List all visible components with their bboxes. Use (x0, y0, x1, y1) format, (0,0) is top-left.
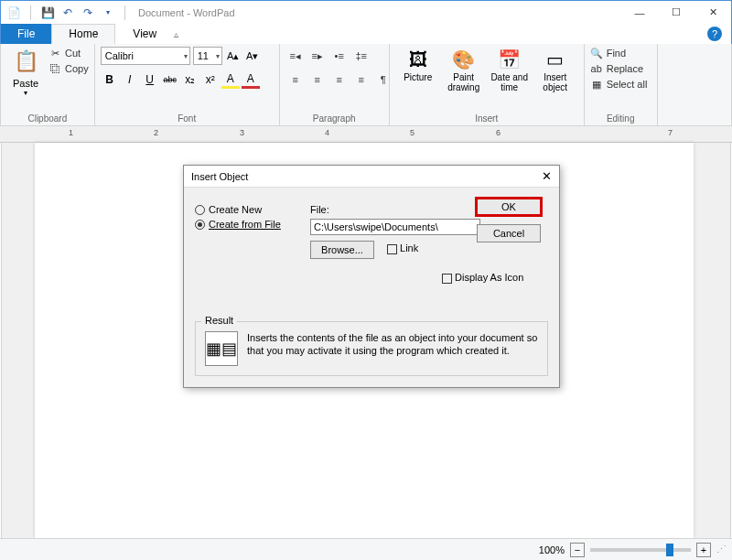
paint-icon: 🎨 (449, 47, 479, 72)
replace-icon: ab (590, 62, 603, 75)
ok-button[interactable]: OK (475, 197, 543, 217)
result-icon: ▦▤ (205, 331, 238, 366)
undo-icon[interactable]: ↶ (60, 5, 75, 20)
help-icon[interactable]: ? (707, 27, 722, 41)
replace-button[interactable]: abReplace (590, 62, 648, 75)
insert-object-dialog: Insert Object ✕ Create New Create from F… (183, 165, 560, 388)
zoom-out-button[interactable]: − (570, 543, 585, 557)
zoom-in-button[interactable]: + (696, 543, 711, 557)
ruler[interactable]: 1 2 3 4 5 6 7 (0, 126, 732, 143)
editing-group: 🔍Find abReplace ▦Select all Editing (585, 44, 658, 125)
highlight-button[interactable]: A (221, 70, 240, 89)
copy-button[interactable]: ⿻Copy (48, 62, 89, 75)
clipboard-group: 📋 Paste ▾ ✂Cut ⿻Copy Clipboard (1, 44, 95, 125)
view-tab[interactable]: View (115, 24, 174, 44)
file-tab[interactable]: File (1, 24, 51, 44)
select-all-button[interactable]: ▦Select all (590, 78, 648, 91)
align-center-button[interactable]: ≡ (307, 70, 328, 89)
dialog-close-button[interactable]: ✕ (542, 169, 552, 183)
bold-button[interactable]: B (101, 70, 119, 89)
insert-group: 🖼Picture 🎨Paint drawing 📅Date and time ▭… (390, 44, 585, 125)
browse-button[interactable]: Browse... (310, 241, 374, 259)
align-left-button[interactable]: ≡ (285, 70, 306, 89)
select-all-icon: ▦ (590, 78, 603, 91)
paste-icon: 📋 (11, 47, 40, 76)
maximize-button[interactable]: ☐ (658, 1, 694, 24)
paste-button[interactable]: 📋 Paste ▾ (6, 47, 45, 97)
editing-label: Editing (590, 113, 651, 124)
result-label: Result (201, 315, 237, 326)
zoom-thumb[interactable] (666, 544, 673, 556)
quick-access-toolbar: 📄 💾 ↶ ↷ ▾ (1, 5, 135, 20)
cut-icon: ✂ (48, 47, 61, 59)
window-title: Document - WordPad (135, 7, 621, 18)
clipboard-label: Clipboard (6, 113, 89, 124)
font-size-combo[interactable]: 11▾ (193, 47, 222, 65)
line-spacing-button[interactable]: ‡≡ (351, 47, 371, 65)
decrease-indent-button[interactable]: ≡◂ (285, 47, 306, 65)
radio-icon (195, 205, 205, 215)
file-label: File: (310, 204, 329, 215)
calendar-icon: 📅 (495, 47, 524, 72)
collapse-ribbon-icon[interactable]: ▵ (174, 29, 178, 39)
find-icon: 🔍 (590, 47, 603, 59)
font-name-combo[interactable]: Calibri▾ (101, 47, 190, 65)
save-icon[interactable]: 💾 (40, 5, 55, 20)
radio-icon (195, 220, 205, 230)
bullets-button[interactable]: •≡ (329, 47, 350, 65)
display-as-icon-checkbox[interactable]: Display As Icon (442, 272, 523, 284)
paint-drawing-button[interactable]: 🎨Paint drawing (441, 47, 487, 92)
paragraph-label: Paragraph (285, 113, 383, 124)
copy-icon: ⿻ (48, 62, 61, 75)
increase-indent-button[interactable]: ≡▸ (307, 47, 328, 65)
align-right-button[interactable]: ≡ (329, 70, 350, 89)
close-button[interactable]: ✕ (694, 1, 731, 24)
insert-object-button[interactable]: ▭Insert object (533, 47, 578, 92)
result-panel: Result ▦▤ Inserts the contents of the fi… (195, 321, 548, 376)
resize-grip-icon[interactable]: ⋰ (716, 544, 727, 555)
file-path-input[interactable]: C:\Users\swipe\Documents\ (310, 219, 480, 235)
object-icon: ▭ (541, 47, 570, 72)
strikethrough-button[interactable]: abc (161, 70, 179, 89)
zoom-slider[interactable] (590, 548, 691, 552)
shrink-font-button[interactable]: A▾ (244, 47, 261, 65)
link-checkbox[interactable]: Link (387, 242, 418, 254)
status-bar: 100% − + ⋰ (0, 538, 732, 560)
app-icon: 📄 (6, 5, 21, 20)
insert-label: Insert (395, 113, 578, 124)
checkbox-icon (387, 244, 397, 254)
justify-button[interactable]: ≡ (351, 70, 371, 89)
font-color-button[interactable]: A (242, 70, 260, 89)
checkbox-icon (442, 274, 452, 284)
date-time-button[interactable]: 📅Date and time (487, 47, 533, 92)
home-tab[interactable]: Home (51, 24, 115, 44)
grow-font-button[interactable]: A▴ (225, 47, 242, 65)
superscript-button[interactable]: x² (201, 70, 220, 89)
picture-icon: 🖼 (404, 47, 433, 72)
ribbon: 📋 Paste ▾ ✂Cut ⿻Copy Clipboard Calibri▾ … (0, 44, 732, 126)
title-bar: 📄 💾 ↶ ↷ ▾ Document - WordPad — ☐ ✕ (0, 0, 732, 24)
result-description: Inserts the contents of the file as an o… (247, 331, 538, 366)
font-label: Font (101, 113, 274, 124)
minimize-button[interactable]: — (621, 1, 658, 24)
picture-button[interactable]: 🖼Picture (395, 47, 441, 82)
dialog-title: Insert Object (191, 171, 248, 182)
qat-dropdown-icon[interactable]: ▾ (101, 5, 115, 20)
paragraph-group: ≡◂ ≡▸ •≡ ‡≡ ≡ ≡ ≡ ≡ ¶ Paragraph (280, 44, 390, 125)
cut-button[interactable]: ✂Cut (48, 47, 89, 59)
redo-icon[interactable]: ↷ (81, 5, 95, 20)
ribbon-tabs: File Home View ▵ ? (0, 24, 732, 44)
cancel-button[interactable]: Cancel (477, 224, 541, 242)
find-button[interactable]: 🔍Find (590, 47, 648, 59)
subscript-button[interactable]: x₂ (181, 70, 199, 89)
font-group: Calibri▾ 11▾ A▴ A▾ B I U abc x₂ x² A A F… (95, 44, 280, 125)
underline-button[interactable]: U (141, 70, 159, 89)
italic-button[interactable]: I (121, 70, 139, 89)
zoom-level: 100% (539, 544, 565, 555)
dialog-titlebar: Insert Object ✕ (184, 166, 559, 188)
